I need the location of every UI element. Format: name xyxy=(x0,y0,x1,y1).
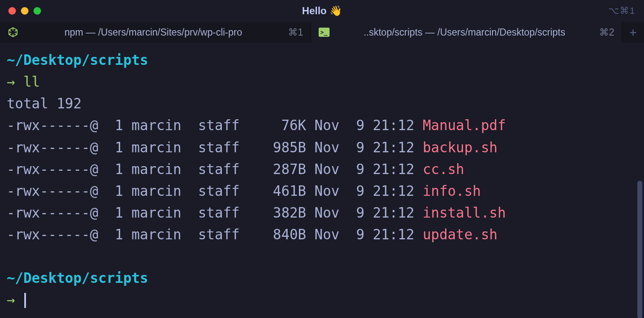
prompt-arrow: → xyxy=(7,292,15,308)
nodejs-icon xyxy=(8,27,18,38)
file-row: -rwx------@ 1 marcin staff 287B Nov 9 21… xyxy=(7,159,637,180)
tab-npm[interactable]: npm — /Users/marcin/Sites/prv/wp-cli-pro… xyxy=(0,22,311,43)
minimize-window-button[interactable] xyxy=(21,7,28,15)
close-window-button[interactable] xyxy=(8,7,16,15)
file-listing: -rwx------@ 1 marcin staff 76K Nov 9 21:… xyxy=(7,115,637,246)
file-row: -rwx------@ 1 marcin staff 461B Nov 9 21… xyxy=(7,180,637,202)
file-row: -rwx------@ 1 marcin staff 840B Nov 9 21… xyxy=(7,224,637,246)
window-title: Hello 👋 xyxy=(302,5,342,17)
total-line: total 192 xyxy=(7,93,637,115)
cwd: ~/Desktop/scripts xyxy=(7,52,148,68)
filename: cc.sh xyxy=(422,161,464,177)
tab-title: npm — /Users/marcin/Sites/prv/wp-cli-pro xyxy=(26,27,281,38)
file-row: -rwx------@ 1 marcin staff 76K Nov 9 21:… xyxy=(7,115,637,136)
title-bar: Hello 👋 ⌥⌘1 xyxy=(0,0,644,22)
traffic-lights xyxy=(8,7,41,15)
cwd-line: ~/Desktop/scripts xyxy=(7,267,637,289)
window-shortcut-hint: ⌥⌘1 xyxy=(608,5,636,16)
scrollbar-thumb[interactable] xyxy=(637,181,642,318)
terminal-icon: >_ xyxy=(319,27,330,38)
tab-title: ..sktop/scripts — /Users/marcin/Desktop/… xyxy=(337,27,592,38)
terminal-content[interactable]: ~/Desktop/scripts → ll total 192 -rwx---… xyxy=(0,43,644,318)
add-tab-button[interactable]: + xyxy=(622,22,644,43)
command: ll xyxy=(23,74,40,90)
prompt-line: → ll xyxy=(7,71,637,93)
prompt-arrow: → xyxy=(7,74,15,90)
scrollbar-track[interactable] xyxy=(637,44,642,316)
file-row: -rwx------@ 1 marcin staff 382B Nov 9 21… xyxy=(7,202,637,224)
cwd-line: ~/Desktop/scripts xyxy=(7,49,637,71)
filename: install.sh xyxy=(422,205,506,221)
tab-scripts[interactable]: >_ ..sktop/scripts — /Users/marcin/Deskt… xyxy=(311,22,622,43)
filename: backup.sh xyxy=(422,139,497,156)
filename: info.sh xyxy=(422,183,481,199)
cwd: ~/Desktop/scripts xyxy=(7,270,148,286)
filename: Manual.pdf xyxy=(422,117,506,133)
prompt-line: → xyxy=(7,289,637,311)
tab-shortcut: ⌘2 xyxy=(599,27,614,38)
filename: update.sh xyxy=(422,226,497,243)
file-row: -rwx------@ 1 marcin staff 985B Nov 9 21… xyxy=(7,137,637,159)
cursor xyxy=(24,293,26,308)
tab-shortcut: ⌘1 xyxy=(288,27,303,38)
tab-bar: npm — /Users/marcin/Sites/prv/wp-cli-pro… xyxy=(0,22,644,43)
maximize-window-button[interactable] xyxy=(33,7,41,15)
blank-line xyxy=(7,246,637,267)
